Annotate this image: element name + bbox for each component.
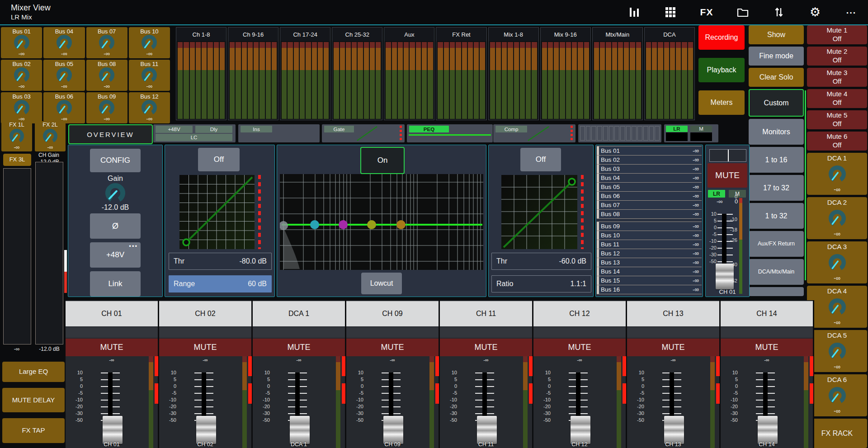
transport-button[interactable]: Meters [698,90,745,115]
comp-ratio-row[interactable]: Ratio1.1:1 [491,275,591,292]
mute-group-button[interactable]: Mute 1 Off [807,25,867,44]
eq-state-button[interactable]: On [360,147,405,174]
channel-mute-button[interactable]: MUTE [346,339,439,356]
layer-button[interactable]: ••• [749,287,804,296]
gain-knob[interactable] [103,183,127,203]
layer-button[interactable]: ••• Show [749,25,804,44]
bus-send-knob-tile[interactable]: Bus 06 -∞ [43,92,85,123]
config-button[interactable]: CONFIG [90,149,141,172]
bus-send-knob-tile[interactable]: Bus 10 -∞ [129,27,170,58]
layer-button[interactable]: ••• Clear Solo [749,68,804,87]
link-button[interactable]: Link [90,271,141,297]
bus-send-row[interactable]: Bus 16 -∞ [597,285,702,294]
bus-send-row[interactable]: Bus 07 -∞ [597,201,702,210]
bus-send-knob-tile[interactable]: Bus 12 -∞ [129,92,170,123]
sends-section-mini[interactable] [578,124,661,142]
bus-send-knob-tile[interactable]: Bus 05 -∞ [43,60,85,91]
more-icon[interactable]: ... [844,5,858,20]
channel-select-header[interactable]: DCA 1 [253,301,345,326]
layer-button[interactable]: ••• 1 to 32 [749,203,804,229]
bus-send-row[interactable]: Bus 14 -∞ [597,267,702,276]
utility-button[interactable]: Large EQ [2,362,65,382]
meter-group[interactable]: Mix 1-8 [488,27,539,120]
comp-threshold-marker[interactable] [581,175,584,249]
channel-mute-button[interactable]: MUTE [66,339,158,356]
bus-send-row[interactable]: Bus 06 -∞ [597,192,702,201]
bus-send-knob-tile[interactable]: Bus 11 -∞ [129,60,170,91]
channel-select-header[interactable]: CH 09 [346,301,439,326]
pan-indicator[interactable] [721,327,813,338]
channel-select-header[interactable]: CH 13 [627,301,719,326]
phase-button[interactable]: Ø [90,213,141,239]
bus-send-row[interactable]: Bus 03 -∞ [597,165,702,174]
meter-group[interactable]: Ch 25-32 [332,27,382,120]
m-assign-button[interactable]: M [729,190,746,198]
channel-fader-handle[interactable] [758,416,778,444]
gate-range-row[interactable]: Range60 dB [169,275,272,292]
dca-knob-tile[interactable]: DCA 6 -∞ [807,374,867,416]
bus-send-knob-tile[interactable]: Bus 08 -∞ [86,60,127,91]
fx-rack-button[interactable]: FX RACK [807,419,867,448]
mute-group-button[interactable]: Mute 5 Off [807,110,867,129]
comp-state-button[interactable]: Off [520,148,561,171]
meter-group[interactable]: Aux [384,27,434,120]
channel-mute-button[interactable]: MUTE [627,339,719,356]
layer-button[interactable]: ••• Custom [749,89,804,117]
bus-send-knob-tile[interactable]: Bus 04 -∞ [43,27,85,58]
setup-gear-icon[interactable]: ⚙ [808,6,822,18]
channel-mute-button[interactable]: MUTE [721,339,813,356]
layer-button[interactable]: ••• Monitors [749,119,804,145]
pan-indicator[interactable] [253,327,345,338]
channel-mute-button[interactable]: MUTE [253,339,345,356]
bus-send-knob-tile[interactable]: Bus 01 -∞ [1,27,42,58]
channel-select-header[interactable]: CH 11 [440,301,532,326]
layer-button[interactable]: ••• DCA/Mtx/Main [749,259,804,285]
main-fader-handle[interactable] [716,264,734,289]
channel-select-header[interactable]: CH 01 [66,301,158,326]
bus-send-row[interactable]: Bus 04 -∞ [597,174,702,183]
bus-send-knob-tile[interactable]: Bus 02 -∞ [1,60,42,91]
dca-knob-tile[interactable]: DCA 3 -∞ [807,241,867,283]
mute-group-button[interactable]: Mute 6 Off [807,132,867,151]
bus-send-row[interactable]: Bus 13 -∞ [597,258,702,267]
utility-button[interactable]: MUTE DELAY Off [2,388,65,412]
pan-indicator[interactable] [533,327,626,338]
fx-send-knob-tile[interactable]: FX 1L -∞ [1,121,32,151]
bus-send-row[interactable]: Bus 01 -∞ [597,146,702,156]
meter-group[interactable]: Ch 9-16 [228,27,278,120]
meter-group[interactable]: DCA [644,27,695,120]
input-section-mini[interactable]: +48V Dly LC [153,124,236,142]
gain-slider[interactable] [35,162,63,344]
channel-fader-handle[interactable] [571,416,590,444]
utility-button[interactable]: FX TAP [2,418,65,443]
bus-send-row[interactable]: Bus 02 -∞ [597,156,702,165]
overview-tab-button[interactable]: OVERVIEW [68,124,153,144]
gate-section-mini[interactable]: Gate [322,124,405,142]
channel-fader-handle[interactable] [664,416,684,444]
main-mute-button[interactable]: MUTE [708,163,747,188]
meter-group[interactable]: FX Ret [436,27,486,120]
peq-section-mini[interactable]: PEQ [407,124,493,142]
channel-fader-handle[interactable] [103,416,123,444]
channel-fader-handle[interactable] [383,416,403,444]
eq-graph[interactable] [280,174,483,270]
channel-fader-handle[interactable] [196,416,216,444]
meter-group[interactable]: Ch 17-24 [280,27,330,120]
fx-icon[interactable]: FX [700,6,713,18]
gate-threshold-marker[interactable] [258,175,261,249]
library-folder-icon[interactable] [736,6,750,18]
dca-knob-tile[interactable]: DCA 2 -∞ [807,197,867,239]
layer-button[interactable]: ••• 1 to 16 [749,147,804,173]
pan-indicator[interactable] [159,327,251,338]
pan-slider[interactable] [709,149,746,162]
comp-section-mini[interactable]: Comp [493,124,576,142]
gate-graph[interactable] [179,175,255,249]
bus-send-knob-tile[interactable]: Bus 07 -∞ [86,27,127,58]
fx-send-knob-tile[interactable]: FX 2L -∞ [35,121,66,151]
layer-button[interactable]: ••• Fine mode Off [749,47,804,66]
gate-threshold-row[interactable]: Thr-80.0 dB [169,253,272,270]
fx-send-slider[interactable] [3,168,31,344]
channel-fader-handle[interactable] [477,416,497,444]
bus-send-row[interactable]: Bus 09 -∞ [597,222,702,231]
main-assign-mini[interactable]: LR M [664,124,718,142]
